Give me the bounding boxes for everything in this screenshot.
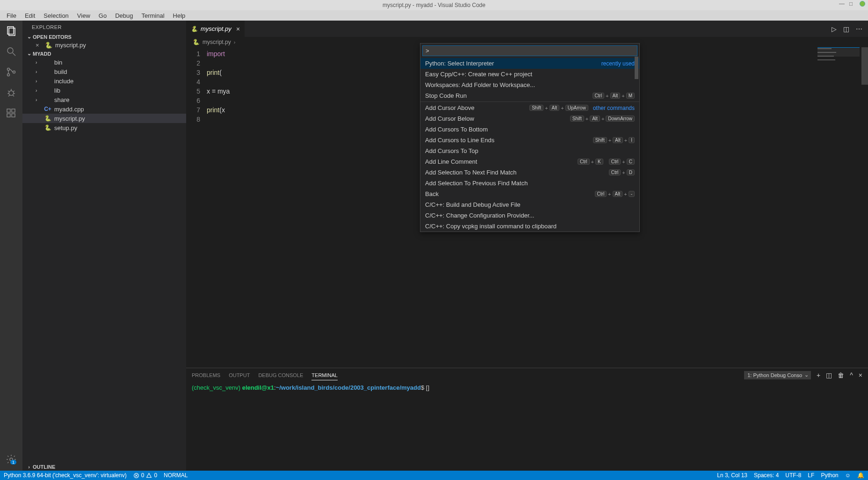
- palette-hint: recently used: [601, 60, 635, 67]
- statusbar: Python 3.6.9 64-bit ('check_vsc_venv': v…: [0, 471, 868, 480]
- svg-point-2: [7, 48, 13, 53]
- minimize-button[interactable]: —: [839, 1, 845, 7]
- palette-item[interactable]: C/C++: Build and Debug Active File: [420, 199, 639, 210]
- panel-tab-problems[interactable]: PROBLEMS: [192, 371, 220, 380]
- project-header[interactable]: ⌄ MYADD: [22, 50, 186, 58]
- palette-item[interactable]: Stop Code RunCtrl+Alt+M: [420, 90, 639, 101]
- tab-myscript[interactable]: 🐍 myscript.py ×: [186, 21, 245, 37]
- maximize-panel-icon[interactable]: ^: [850, 371, 853, 379]
- panel-tab-debug-console[interactable]: DEBUG CONSOLE: [258, 371, 303, 380]
- menu-edit[interactable]: Edit: [21, 11, 39, 20]
- status-feedback-icon[interactable]: ☺: [845, 472, 851, 479]
- file-tree-item[interactable]: ›lib: [22, 86, 186, 95]
- maximize-button[interactable]: □: [849, 1, 855, 7]
- file-tree-item[interactable]: ›include: [22, 76, 186, 86]
- command-palette-input[interactable]: [422, 45, 637, 56]
- menu-debug[interactable]: Debug: [111, 11, 137, 20]
- close-panel-icon[interactable]: ×: [859, 371, 862, 379]
- tab-close-icon[interactable]: ×: [236, 25, 240, 33]
- menu-go[interactable]: Go: [95, 11, 110, 20]
- file-name: myscript.py: [54, 115, 85, 122]
- cpp-file-icon: C+: [44, 105, 51, 113]
- keyboard-shortcut: Ctrl+Alt+M: [593, 93, 635, 99]
- terminal-host: elendil@x1: [242, 384, 274, 391]
- palette-item[interactable]: Add Cursors To Bottom: [420, 124, 639, 135]
- terminal[interactable]: (check_vsc_venv) elendil@x1:~/work/islan…: [186, 382, 868, 471]
- file-tree-item[interactable]: ›bin: [22, 58, 186, 67]
- project-name: MYADD: [33, 51, 51, 57]
- settings-icon[interactable]: 1: [5, 453, 18, 466]
- menu-selection[interactable]: Selection: [40, 11, 72, 20]
- split-editor-icon[interactable]: ◫: [843, 25, 849, 33]
- status-cursor-position[interactable]: Ln 3, Col 13: [717, 472, 747, 479]
- status-indentation[interactable]: Spaces: 4: [754, 472, 779, 479]
- status-encoding[interactable]: UTF-8: [785, 472, 801, 479]
- palette-item[interactable]: Add Selection To Next Find MatchCtrl+D: [420, 167, 639, 178]
- chevron-right-icon: ›: [234, 39, 236, 45]
- palette-item[interactable]: Add Cursors To Top: [420, 145, 639, 156]
- palette-item[interactable]: Python: Select Interpreterrecently used: [420, 58, 639, 69]
- file-tree-item[interactable]: 🐍myscript.py: [22, 114, 186, 123]
- open-editor-filename: myscript.py: [55, 42, 86, 49]
- keyboard-shortcut: Shift+Alt+UpArrow: [529, 105, 588, 111]
- bottom-panel: PROBLEMSOUTPUTDEBUG CONSOLETERMINAL 1: P…: [186, 368, 868, 471]
- file-tree-item[interactable]: 🐍setup.py: [22, 123, 186, 132]
- terminal-selector[interactable]: 1: Python Debug Conso: [744, 371, 811, 379]
- palette-item[interactable]: C/C++: Change Configuration Provider...: [420, 210, 639, 221]
- status-eol[interactable]: LF: [808, 472, 814, 479]
- file-tree-item[interactable]: ›build: [22, 67, 186, 76]
- palette-item[interactable]: Add Line CommentCtrl+K Ctrl+C: [420, 156, 639, 167]
- search-icon[interactable]: [5, 45, 18, 58]
- open-editors-label: OPEN EDITORS: [33, 34, 72, 40]
- close-button[interactable]: [860, 1, 865, 7]
- trash-icon[interactable]: 🗑: [838, 371, 844, 379]
- split-terminal-icon[interactable]: ◫: [826, 371, 832, 379]
- more-icon[interactable]: ⋯: [856, 25, 862, 33]
- outline-header[interactable]: › OUTLINE: [22, 463, 186, 471]
- palette-scrollbar[interactable]: [635, 57, 638, 79]
- palette-item-label: Add Cursors to Line Ends: [425, 137, 494, 144]
- open-editor-item[interactable]: × 🐍 myscript.py: [22, 41, 186, 50]
- palette-item[interactable]: Add Cursors to Line EndsShift+Alt+I: [420, 135, 639, 145]
- status-vim-mode[interactable]: NORMAL: [164, 472, 188, 479]
- panel-tab-output[interactable]: OUTPUT: [229, 371, 250, 380]
- keyboard-shortcut: Shift+Alt+I: [593, 137, 635, 143]
- menu-view[interactable]: View: [73, 11, 94, 20]
- new-terminal-icon[interactable]: +: [817, 371, 820, 379]
- status-warning-count: 0: [154, 472, 157, 479]
- close-icon[interactable]: ×: [36, 42, 42, 49]
- explorer-icon[interactable]: [5, 24, 18, 37]
- svg-point-6: [13, 71, 15, 73]
- palette-item-label: C/C++: Change Configuration Provider...: [425, 212, 534, 219]
- status-problems[interactable]: 0 0: [133, 472, 157, 479]
- debug-icon[interactable]: [5, 86, 18, 99]
- source-control-icon[interactable]: [5, 65, 18, 79]
- code-content[interactable]: importprint(x = myaprint(x: [207, 47, 230, 124]
- minimap[interactable]: [817, 47, 860, 75]
- status-language[interactable]: Python: [821, 472, 838, 479]
- open-editors-header[interactable]: ⌄ OPEN EDITORS: [22, 33, 186, 41]
- status-interpreter[interactable]: Python 3.6.9 64-bit ('check_vsc_venv': v…: [4, 472, 127, 479]
- menu-file[interactable]: File: [3, 11, 20, 20]
- palette-item[interactable]: Add Cursor AboveShift+Alt+UpArrowother c…: [420, 102, 639, 113]
- file-tree-item[interactable]: ›share: [22, 95, 186, 104]
- chevron-right-icon: ›: [25, 464, 33, 470]
- file-tree-item[interactable]: C+myadd.cpp: [22, 104, 186, 114]
- panel-tab-terminal[interactable]: TERMINAL: [311, 371, 338, 380]
- palette-item[interactable]: BackCtrl+Alt+-: [420, 189, 639, 199]
- palette-item[interactable]: Add Cursor BelowShift+Alt+DownArrow: [420, 113, 639, 124]
- editor-scrollbar[interactable]: [861, 47, 868, 368]
- palette-item[interactable]: Easy Cpp/C++: Create new C++ project: [420, 69, 639, 80]
- python-file-icon: 🐍: [44, 124, 51, 131]
- palette-item-label: Add Cursors To Top: [425, 147, 478, 154]
- menu-help[interactable]: Help: [169, 11, 189, 20]
- editor-area: 🐍 myscript.py × ▷ ◫ ⋯ 🐍 myscript.py › 12…: [186, 21, 868, 471]
- menu-terminal[interactable]: Terminal: [137, 11, 168, 20]
- palette-item[interactable]: Workspaces: Add Folder to Workspace...: [420, 80, 639, 90]
- extensions-icon[interactable]: [5, 107, 18, 120]
- settings-badge: 1: [10, 460, 16, 465]
- palette-item[interactable]: Add Selection To Previous Find Match: [420, 178, 639, 189]
- palette-item[interactable]: C/C++: Copy vcpkg install command to cli…: [420, 221, 639, 232]
- status-bell-icon[interactable]: 🔔: [857, 472, 864, 479]
- run-icon[interactable]: ▷: [832, 25, 837, 33]
